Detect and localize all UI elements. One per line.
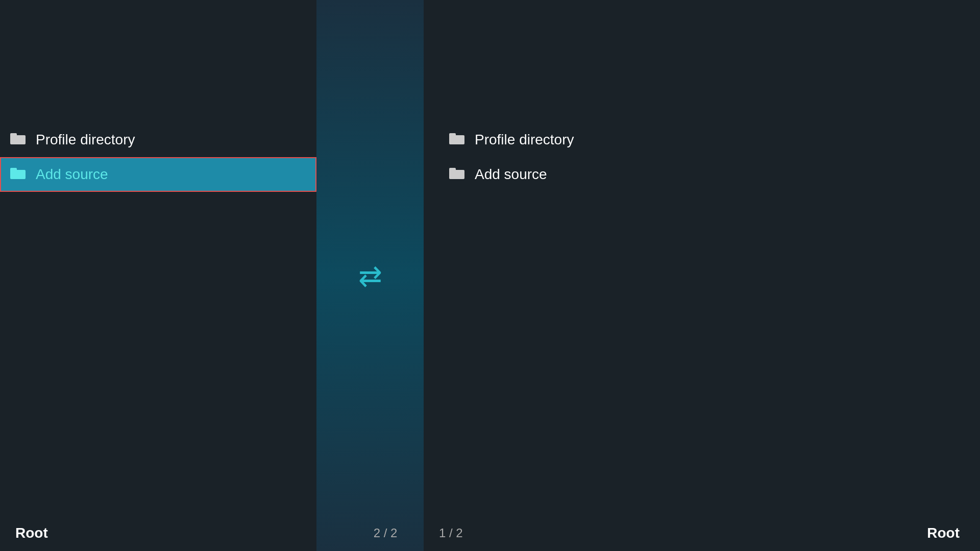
left-panel: Profile directory Add source	[0, 0, 316, 551]
right-page-indicator: 1 / 2	[439, 526, 463, 540]
svg-rect-3	[10, 168, 17, 172]
transfer-icon: ⇄	[358, 259, 382, 292]
left-root-label: Root	[15, 525, 48, 541]
footer: Root 2 / 2 1 / 2 Root	[0, 515, 980, 551]
left-add-source-item[interactable]: Add source	[0, 157, 316, 192]
right-folder-icon-2	[449, 167, 464, 183]
right-profile-directory-item[interactable]: Profile directory	[439, 122, 980, 157]
right-add-source-label: Add source	[475, 166, 547, 183]
left-profile-directory-label: Profile directory	[36, 132, 135, 148]
svg-rect-1	[10, 133, 17, 137]
right-folder-icon-1	[449, 132, 464, 148]
folder-icon	[10, 132, 26, 148]
right-add-source-item[interactable]: Add source	[439, 157, 980, 192]
right-profile-directory-label: Profile directory	[475, 132, 574, 148]
svg-rect-5	[449, 133, 456, 137]
right-root-label: Root	[927, 525, 960, 541]
left-profile-directory-item[interactable]: Profile directory	[0, 122, 316, 157]
left-add-source-label: Add source	[36, 166, 108, 183]
main-content: Profile directory Add source ⇄ Prof	[0, 0, 980, 551]
footer-center: 2 / 2	[332, 526, 439, 540]
right-panel: Profile directory Add source	[424, 0, 980, 551]
svg-rect-7	[449, 168, 456, 172]
footer-right: 1 / 2 Root	[439, 525, 965, 541]
footer-left-root: Root	[15, 525, 332, 541]
folder-icon-selected	[10, 167, 26, 183]
left-page-indicator: 2 / 2	[374, 526, 398, 540]
center-panel: ⇄	[316, 0, 424, 551]
